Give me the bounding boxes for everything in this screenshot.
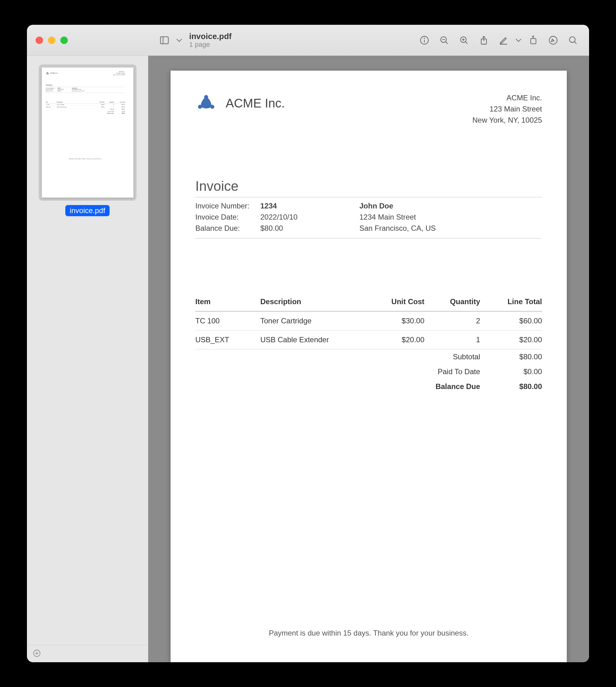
- table-row: USB_EXT USB Cable Extender $20.00 1 $20.…: [195, 330, 542, 349]
- minimize-window-button[interactable]: [48, 37, 56, 44]
- share-icon: [479, 35, 489, 45]
- rotate-button[interactable]: [524, 30, 543, 50]
- balance-due-label: Balance Due: [195, 382, 480, 391]
- svg-line-18: [574, 42, 576, 44]
- line-items-table: Item Description Unit Cost Quantity Line…: [195, 293, 542, 394]
- zoom-out-button[interactable]: [434, 30, 454, 50]
- document-title: invoice.pdf 1 page: [189, 32, 232, 48]
- invoice-balance: $80.00: [260, 224, 359, 233]
- col-desc: Description: [260, 297, 369, 306]
- cell-qty: 1: [424, 336, 480, 344]
- subtotal-value: $80.00: [480, 352, 542, 361]
- highlighter-icon: [548, 35, 558, 45]
- cell-qty: 2: [424, 317, 480, 325]
- invoice-meta: Invoice Number: Invoice Date: Balance Du…: [195, 202, 542, 233]
- svg-rect-0: [160, 37, 169, 44]
- col-cost: Unit Cost: [369, 297, 424, 306]
- preview-window: invoice.pdf 1 page: [27, 25, 589, 662]
- company-addr-line: ACME Inc.: [472, 92, 542, 104]
- subtotal-label: Subtotal: [195, 352, 480, 361]
- paid-value: $0.00: [480, 367, 542, 376]
- close-window-button[interactable]: [36, 37, 43, 44]
- zoom-in-button[interactable]: [454, 30, 474, 50]
- sidebar-toggle-button[interactable]: [154, 30, 174, 50]
- bill-to-addr: San Francisco, CA, US: [359, 224, 542, 233]
- table-row: TC 100 Toner Cartridge $30.00 2 $60.00: [195, 312, 542, 330]
- zoom-window-button[interactable]: [60, 37, 68, 44]
- col-qty: Quantity: [424, 297, 480, 306]
- info-icon: [419, 35, 430, 45]
- titlebar: invoice.pdf 1 page: [27, 25, 589, 56]
- content-area: ACME Inc. ACME Inc.123 Main StreetNew Yo…: [27, 56, 589, 662]
- cell-total: $60.00: [480, 317, 542, 325]
- search-button[interactable]: [563, 30, 583, 50]
- company-logo-icon: [195, 92, 217, 114]
- col-total: Line Total: [480, 297, 542, 306]
- document-viewport[interactable]: ACME Inc. ACME Inc. 123 Main Street New …: [148, 56, 589, 662]
- footer-note: Payment is due within 15 days. Thank you…: [195, 626, 542, 644]
- sidebar-menu-button[interactable]: [174, 30, 184, 50]
- page-thumbnail-1[interactable]: ACME Inc. ACME Inc.123 Main StreetNew Yo…: [39, 64, 136, 201]
- svg-point-4: [424, 38, 424, 38]
- filename-label: invoice.pdf: [189, 32, 232, 41]
- info-button[interactable]: [415, 30, 434, 50]
- highlight-button[interactable]: [543, 30, 563, 50]
- pdf-page: ACME Inc. ACME Inc. 123 Main Street New …: [171, 71, 567, 662]
- markup-button[interactable]: [494, 30, 513, 50]
- invoice-number: 1234: [260, 202, 359, 210]
- invoice-date: 2022/10/10: [260, 213, 359, 221]
- table-header-row: Item Description Unit Cost Quantity Line…: [195, 293, 542, 312]
- add-page-button[interactable]: [32, 649, 41, 659]
- cell-desc: Toner Cartridge: [260, 317, 369, 325]
- sidebar-footer: [27, 645, 148, 662]
- thumbnail-preview: ACME Inc. ACME Inc.123 Main StreetNew Yo…: [42, 67, 133, 198]
- company-name: ACME Inc.: [226, 96, 285, 110]
- cell-cost: $20.00: [369, 336, 424, 344]
- window-controls: [27, 37, 148, 44]
- cell-desc: USB Cable Extender: [260, 336, 369, 344]
- sidebar-icon: [159, 35, 170, 45]
- thumbnail-label: invoice.pdf: [65, 205, 110, 216]
- company-addr-line: New York, NY, 10025: [472, 114, 542, 126]
- zoom-in-icon: [459, 35, 469, 45]
- summary-block: Subtotal $80.00 Paid To Date $0.00 Balan…: [195, 349, 542, 394]
- thumbnails-sidebar: ACME Inc. ACME Inc.123 Main StreetNew Yo…: [27, 56, 148, 662]
- chevron-down-icon: [174, 35, 184, 45]
- svg-line-6: [445, 42, 447, 44]
- company-brand: ACME Inc.: [195, 92, 285, 114]
- search-icon: [568, 35, 578, 45]
- pencil-icon: [498, 35, 509, 45]
- invoice-heading: Invoice: [195, 178, 542, 194]
- toolbar: invoice.pdf 1 page: [148, 30, 589, 50]
- balance-due-value: $80.00: [480, 382, 542, 391]
- svg-line-9: [465, 42, 467, 44]
- cell-item: TC 100: [195, 317, 260, 325]
- plus-circle-icon: [32, 649, 41, 658]
- paid-label: Paid To Date: [195, 367, 480, 376]
- meta-label: Balance Due:: [195, 224, 260, 233]
- share-button[interactable]: [474, 30, 494, 50]
- cell-cost: $30.00: [369, 317, 424, 325]
- markup-menu-button[interactable]: [513, 30, 524, 50]
- col-item: Item: [195, 297, 260, 306]
- meta-label: Invoice Number:: [195, 202, 260, 210]
- divider: [195, 238, 542, 238]
- rotate-icon: [528, 35, 538, 45]
- cell-item: USB_EXT: [195, 336, 260, 344]
- cell-total: $20.00: [480, 336, 542, 344]
- meta-label: Invoice Date:: [195, 213, 260, 221]
- divider: [195, 197, 542, 197]
- page-count-label: 1 page: [189, 41, 232, 48]
- company-addr-line: 123 Main Street: [472, 104, 542, 114]
- bill-to-addr: 1234 Main Street: [359, 213, 542, 221]
- chevron-down-icon: [513, 35, 524, 45]
- svg-rect-15: [531, 38, 536, 44]
- bill-to-name: John Doe: [359, 202, 542, 210]
- company-address: ACME Inc. 123 Main Street New York, NY, …: [472, 92, 542, 126]
- zoom-out-icon: [439, 35, 449, 45]
